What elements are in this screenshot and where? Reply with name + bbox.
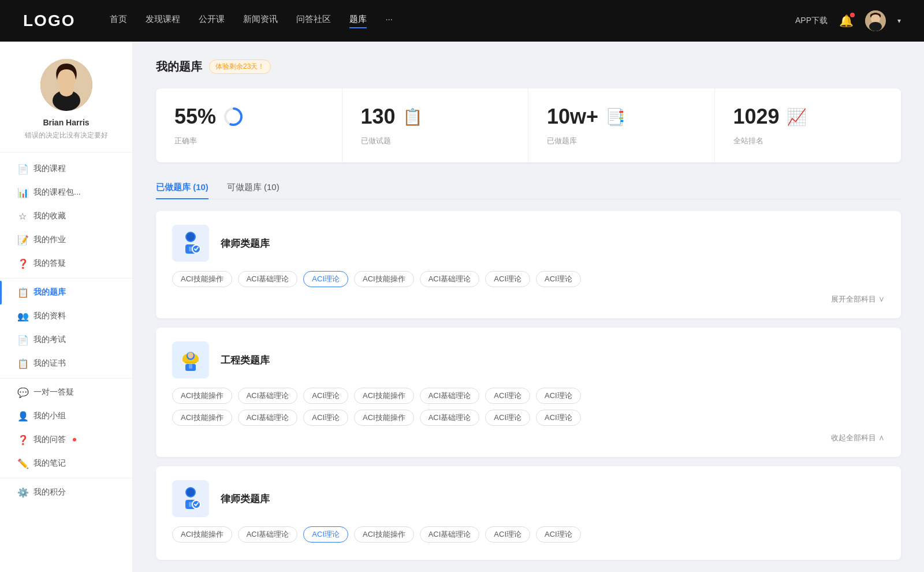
l2-tag-1[interactable]: ACI技能操作 <box>172 526 232 543</box>
tag-1[interactable]: ACI技能操作 <box>172 271 232 287</box>
nav-news[interactable]: 新闻资讯 <box>243 14 278 28</box>
stat-rank-label: 全站排名 <box>733 136 883 146</box>
eng-tag-3[interactable]: ACI理论 <box>303 388 348 404</box>
eng-tag-13[interactable]: ACI理论 <box>485 410 530 426</box>
nav-opencourse[interactable]: 公开课 <box>199 14 225 28</box>
sidebar-item-label: 我的考试 <box>33 335 66 345</box>
avatar[interactable] <box>865 10 886 31</box>
nav-more[interactable]: ··· <box>385 14 393 28</box>
l2-tag-4[interactable]: ACI技能操作 <box>354 526 414 543</box>
eng-tag-12[interactable]: ACI基础理论 <box>420 410 480 426</box>
notification-dot <box>850 13 855 17</box>
eng-tag-4[interactable]: ACI技能操作 <box>354 388 414 404</box>
eng-tag-5[interactable]: ACI基础理论 <box>420 388 480 404</box>
collapse-link-engineer[interactable]: 收起全部科目 ∧ <box>831 433 885 443</box>
donut-svg <box>223 106 244 127</box>
l2-tag-3[interactable]: ACI理论 <box>303 526 348 543</box>
eng-tag-9[interactable]: ACI基础理论 <box>238 410 298 426</box>
eng-tag-7[interactable]: ACI理论 <box>536 388 581 404</box>
sidebar-item-my-qa[interactable]: ❓ 我的问答 <box>0 428 132 452</box>
sidebar-item-question-bank[interactable]: 📋 我的题库 <box>0 281 132 304</box>
l2-tag-5[interactable]: ACI基础理论 <box>420 526 480 543</box>
tag-3[interactable]: ACI理论 <box>303 271 348 287</box>
svg-point-23 <box>187 488 195 496</box>
engineer-icon-svg <box>177 346 204 374</box>
stat-rank: 1029 📈 全站排名 <box>715 88 901 162</box>
svg-point-2 <box>869 22 882 31</box>
eng-tag-6[interactable]: ACI理论 <box>485 388 530 404</box>
sidebar-item-label: 我的答疑 <box>33 258 66 269</box>
qbank-card-lawyer-2: 律师类题库 ACI技能操作 ACI基础理论 ACI理论 ACI技能操作 ACI基… <box>156 466 901 560</box>
tag-7[interactable]: ACI理论 <box>536 271 581 287</box>
sidebar-item-course-package[interactable]: 📊 我的课程包... <box>0 181 132 205</box>
nav-home[interactable]: 首页 <box>110 14 127 28</box>
qa-icon: ❓ <box>17 258 28 269</box>
qbank-tags-engineer-row2: ACI技能操作 ACI基础理论 ACI理论 ACI技能操作 ACI基础理论 AC… <box>172 410 885 426</box>
avatar-chevron-icon[interactable]: ▾ <box>897 17 901 25</box>
sidebar-item-label: 我的积分 <box>33 487 66 497</box>
sidebar-item-label: 我的题库 <box>33 287 66 298</box>
expand-link-lawyer-1[interactable]: 展开全部科目 ∨ <box>831 294 885 304</box>
sidebar-item-homework[interactable]: 📝 我的作业 <box>0 228 132 252</box>
l2-tag-6[interactable]: ACI理论 <box>485 526 530 543</box>
stats-grid: 55% 正确率 130 📋 已做试题 <box>156 88 901 162</box>
tab-done[interactable]: 已做题库 (10) <box>156 176 208 199</box>
sidebar-item-qa[interactable]: ❓ 我的答疑 <box>0 252 132 276</box>
sidebar-item-notes[interactable]: ✏️ 我的笔记 <box>0 452 132 476</box>
app-download-link[interactable]: APP下载 <box>795 16 828 26</box>
tag-4[interactable]: ACI技能操作 <box>354 271 414 287</box>
qbank-header-engineer: 工程类题库 <box>172 341 885 378</box>
svg-rect-20 <box>189 364 192 369</box>
tab-available[interactable]: 可做题库 (10) <box>227 176 280 199</box>
eng-tag-8[interactable]: ACI技能操作 <box>172 410 232 426</box>
qbank-title-engineer: 工程类题库 <box>221 354 270 367</box>
sidebar-item-exams[interactable]: 📄 我的考试 <box>0 328 132 352</box>
stat-banks-top: 10w+ 📑 <box>547 105 696 129</box>
stat-questions: 130 📋 已做试题 <box>342 88 529 162</box>
notes-icon: ✏️ <box>17 458 28 469</box>
notification-bell[interactable]: 🔔 <box>839 14 854 28</box>
sidebar-item-favorites[interactable]: ☆ 我的收藏 <box>0 205 132 228</box>
stat-questions-label: 已做试题 <box>361 136 510 146</box>
svg-rect-16 <box>185 362 196 363</box>
sidebar-item-label: 我的课程 <box>33 164 66 174</box>
sidebar-item-certificate[interactable]: 📋 我的证书 <box>0 352 132 376</box>
lawyer-2-icon-svg <box>177 485 204 512</box>
eng-tag-2[interactable]: ACI基础理论 <box>238 388 298 404</box>
sidebar-item-label: 我的收藏 <box>33 211 66 221</box>
l2-tag-7[interactable]: ACI理论 <box>536 526 581 543</box>
tag-2[interactable]: ACI基础理论 <box>238 271 298 287</box>
eng-tag-14[interactable]: ACI理论 <box>536 410 581 426</box>
course-package-icon: 📊 <box>17 187 28 198</box>
sidebar-item-my-courses[interactable]: 📄 我的课程 <box>0 157 132 181</box>
tag-5[interactable]: ACI基础理论 <box>420 271 480 287</box>
sidebar-item-materials[interactable]: 👥 我的资料 <box>0 304 132 328</box>
sidebar-item-group[interactable]: 👤 我的小组 <box>0 404 132 428</box>
sidebar-avatar[interactable] <box>40 59 92 111</box>
sidebar-menu: 📄 我的课程 📊 我的课程包... ☆ 我的收藏 📝 我的作业 ❓ 我的答疑 � <box>0 153 132 509</box>
logo[interactable]: LOGO <box>23 12 75 30</box>
l2-tag-2[interactable]: ACI基础理论 <box>238 526 298 543</box>
qbank-header-lawyer-1: 律师类题库 <box>172 225 885 262</box>
eng-tag-11[interactable]: ACI技能操作 <box>354 410 414 426</box>
qbank-icon-engineer <box>172 341 209 378</box>
stat-banks-label: 已做题库 <box>547 136 696 146</box>
stat-accuracy-top: 55% <box>174 105 323 129</box>
navbar-right: APP下载 🔔 ▾ <box>795 10 901 31</box>
stat-accuracy-label: 正确率 <box>174 136 323 146</box>
page-title: 我的题库 <box>156 59 202 75</box>
sidebar-item-points[interactable]: ⚙️ 我的积分 <box>0 481 132 504</box>
tag-6[interactable]: ACI理论 <box>485 271 530 287</box>
nav-qbank[interactable]: 题库 <box>349 14 367 28</box>
sidebar-item-one-on-one[interactable]: 💬 一对一答疑 <box>0 381 132 404</box>
sidebar-item-label: 我的笔记 <box>33 458 66 469</box>
sidebar-user-name: Brian Harris <box>43 118 89 127</box>
nav-qa[interactable]: 问答社区 <box>296 14 331 28</box>
navbar: LOGO 首页 发现课程 公开课 新闻资讯 问答社区 题库 ··· APP下载 … <box>0 0 924 42</box>
stat-banks: 10w+ 📑 已做题库 <box>528 88 715 162</box>
sidebar-item-label: 一对一答疑 <box>33 387 74 398</box>
eng-tag-1[interactable]: ACI技能操作 <box>172 388 232 404</box>
stat-questions-top: 130 📋 <box>361 105 510 129</box>
nav-discover[interactable]: 发现课程 <box>146 14 180 28</box>
eng-tag-10[interactable]: ACI理论 <box>303 410 348 426</box>
